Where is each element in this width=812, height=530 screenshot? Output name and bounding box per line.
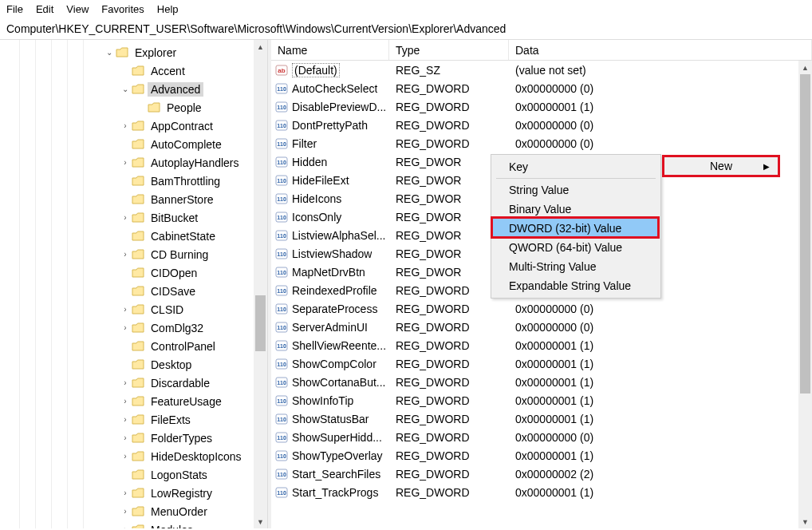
tree-item[interactable]: ›HideDesktopIcons [0,447,267,465]
tree-scrollbar[interactable]: ▲ ▼ [254,40,267,528]
value-row[interactable]: 110Start_TrackProgsREG_DWORD0x00000001 (… [271,483,812,501]
tree-caret-icon[interactable]: › [120,213,131,222]
column-name[interactable]: Name [271,40,389,60]
tree-item[interactable]: ›Modules [0,520,267,528]
value-icon: 110 [274,265,289,279]
context-separator [496,178,656,179]
tree-item[interactable]: ›CLSID [0,300,267,318]
tree-item[interactable]: ›FolderTypes [0,429,267,447]
tree-caret-icon[interactable]: › [120,415,131,424]
tree-item[interactable]: ›MenuOrder [0,502,267,520]
folder-icon [131,303,145,316]
folder-icon [131,524,145,529]
value-row[interactable]: 110Start_SearchFilesREG_DWORD0x00000002 … [271,465,812,483]
value-icon: 110 [274,210,289,224]
tree-item[interactable]: ›FeatureUsage [0,392,267,410]
value-row[interactable]: 110SeparateProcessREG_DWORD0x00000000 (0… [271,299,812,318]
tree-caret-icon[interactable]: › [120,488,131,497]
tree-item[interactable]: ⌄Explorer [0,43,267,61]
value-row[interactable]: 110ShowSuperHidd...REG_DWORD0x00000000 (… [271,428,812,446]
values-scrollbar[interactable]: ▲ ▼ [798,61,812,528]
tree-item[interactable]: Accent [0,61,267,80]
tree-item[interactable]: BannerStore [0,190,267,208]
context-item[interactable]: Binary Value [493,200,659,219]
value-data: 0x00000001 (1) [509,486,812,499]
context-item[interactable]: DWORD (32-bit) Value [493,219,659,238]
svg-text:110: 110 [277,105,286,110]
column-type[interactable]: Type [389,40,509,60]
tree-caret-icon[interactable]: › [120,323,131,332]
tree-item[interactable]: ⌄Advanced [0,80,267,98]
address-bar[interactable]: Computer\HKEY_CURRENT_USER\Software\Micr… [0,18,812,40]
tree-caret-icon[interactable]: › [120,158,131,167]
svg-text:110: 110 [277,86,286,92]
value-type: REG_DWORD [389,449,509,462]
value-row[interactable]: 110ShowStatusBarREG_DWORD0x00000001 (1) [271,409,812,428]
tree-caret-icon[interactable]: ⌄ [104,48,115,57]
value-row[interactable]: 110ShowCortanaBut...REG_DWORD0x00000001 … [271,373,812,391]
value-row[interactable]: 110ServerAdminUIREG_DWORD0x00000000 (0) [271,318,812,336]
value-name: ShowCortanaBut... [292,376,386,389]
tree-item[interactable]: ›CD Burning [0,245,267,263]
tree-item[interactable]: LogonStats [0,465,267,484]
tree-caret-icon[interactable]: › [120,305,131,314]
columns-header[interactable]: Name Type Data [271,40,812,61]
value-row[interactable]: 110ShowTypeOverlayREG_DWORD0x00000001 (1… [271,446,812,465]
tree-caret-icon[interactable]: ⌄ [120,85,131,93]
menu-help[interactable]: Help [157,3,179,15]
value-row[interactable]: 110DisablePreviewD...REG_DWORD0x00000001… [271,97,812,116]
value-name: ShowTypeOverlay [292,449,383,462]
tree-item-label: MenuOrder [148,504,211,519]
value-data: 0x00000001 (1) [509,413,812,425]
value-row[interactable]: 110ShellViewReente...REG_DWORD0x00000001… [271,336,812,354]
tree-item[interactable]: CIDOpen [0,263,267,282]
context-item[interactable]: QWORD (64-bit) Value [493,238,659,257]
tree-item[interactable]: CIDSave [0,282,267,300]
tree-caret-icon[interactable]: › [120,397,131,405]
value-row[interactable]: 110DontPrettyPathREG_DWORD0x00000000 (0) [271,116,812,134]
tree-caret-icon[interactable]: › [120,378,131,387]
menu-favorites[interactable]: Favorites [101,3,144,15]
tree-caret-icon[interactable]: › [120,525,131,528]
tree-item[interactable]: Desktop [0,355,267,374]
tree-item[interactable]: ControlPanel [0,337,267,355]
value-row[interactable]: 110AutoCheckSelectREG_DWORD0x00000000 (0… [271,79,812,97]
value-icon: 110 [274,81,289,96]
tree-item[interactable]: CabinetState [0,227,267,245]
tree-item[interactable]: ›BitBucket [0,208,267,227]
value-row[interactable]: 110ShowCompColorREG_DWORD0x00000001 (1) [271,354,812,373]
tree-item[interactable]: ›AppContract [0,117,267,135]
tree-item[interactable]: ›AutoplayHandlers [0,153,267,172]
context-item[interactable]: Multi-String Value [493,257,659,276]
tree-item[interactable]: ›FileExts [0,410,267,429]
value-icon: 110 [274,320,289,334]
value-type: REG_DWORD [389,82,509,95]
tree-item[interactable]: AutoComplete [0,135,267,153]
context-item[interactable]: String Value [493,180,659,200]
value-row[interactable]: 110ShowInfoTipREG_DWORD0x00000001 (1) [271,391,812,409]
tree-caret-icon[interactable]: › [120,507,131,516]
value-row[interactable]: ab(Default)REG_SZ(value not set) [271,61,812,79]
folder-icon [131,432,145,445]
menu-view[interactable]: View [66,3,89,15]
tree-item[interactable]: ›Discardable [0,374,267,392]
menu-edit[interactable]: Edit [36,3,53,15]
tree-item[interactable]: ›LowRegistry [0,484,267,502]
tree-item[interactable]: BamThrottling [0,172,267,190]
tree-item[interactable]: People [0,98,267,117]
svg-text:110: 110 [277,490,286,496]
tree-caret-icon[interactable]: › [120,452,131,461]
menu-file[interactable]: File [6,3,23,15]
svg-text:110: 110 [277,417,286,422]
tree-caret-icon[interactable]: › [120,250,131,259]
tree-caret-icon[interactable]: › [120,433,131,442]
folder-icon [131,377,145,390]
context-item[interactable]: Expandable String Value [493,276,659,295]
value-icon: 110 [274,485,289,500]
context-menu-new[interactable]: New ▶ [662,155,780,177]
context-item[interactable]: Key [493,157,659,176]
value-row[interactable]: 110FilterREG_DWORD0x00000000 (0) [271,134,812,152]
tree-caret-icon[interactable]: › [120,121,131,130]
column-data[interactable]: Data [509,40,812,60]
tree-item[interactable]: ›ComDlg32 [0,318,267,337]
